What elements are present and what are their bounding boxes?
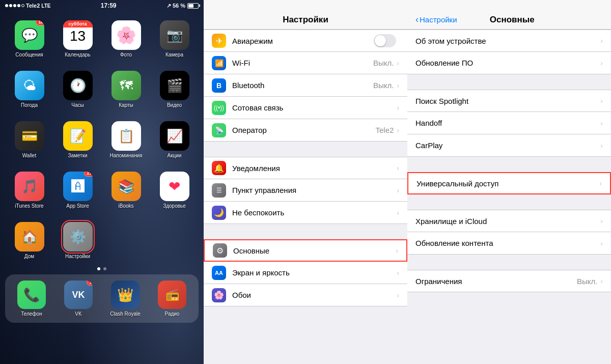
app-calendar[interactable]: суббота 13 Календарь [53, 16, 102, 62]
app-itunes[interactable]: 🎵 iTunes Store [5, 167, 53, 213]
general-row-accessibility[interactable]: Универсальный доступ › [407, 172, 611, 194]
bgrefresh-label: Обновление контента [415, 239, 600, 247]
general-row-carplay[interactable]: CarPlay › [407, 134, 611, 157]
storage-chevron: › [600, 217, 603, 225]
carplay-label: CarPlay [415, 141, 600, 150]
dock-clash-royale-label: Clash Royale [110, 311, 140, 317]
notifications-icon: 🔔 [212, 161, 226, 175]
calendar-month: суббота [63, 20, 93, 27]
handoff-chevron: › [600, 119, 603, 127]
notes-icon: 📝 [63, 121, 93, 151]
settings-row-dnd[interactable]: 🌙 Не беспокоить › [204, 202, 407, 224]
dock-phone[interactable]: 📞 Телефон [8, 278, 55, 319]
general-row-spotlight[interactable]: Поиск Spotlight › [407, 90, 611, 112]
wallpaper-chevron: › [397, 291, 399, 299]
airplane-toggle[interactable] [374, 34, 396, 47]
app-stocks[interactable]: 📈 Акции [150, 117, 199, 162]
general-section-5: Ограничения Выкл. › [407, 270, 611, 292]
general-row-update[interactable]: Обновление ПО › [407, 52, 611, 74]
app-wallet[interactable]: 💳 Wallet [5, 117, 53, 162]
clash-royale-icon: 👑 [111, 281, 140, 309]
camera-icon: 📷 [160, 20, 189, 50]
general-row-handoff[interactable]: Handoff › [407, 112, 611, 134]
settings-row-control[interactable]: ☰ Пункт управления › [204, 179, 407, 202]
calendar-day: 13 [70, 27, 86, 45]
app-notes[interactable]: 📝 Заметки [53, 117, 102, 162]
app-ibooks[interactable]: 📚 iBooks [102, 167, 150, 213]
app-camera[interactable]: 📷 Камера [150, 16, 199, 62]
dock-radio[interactable]: 📻 Радио [149, 278, 196, 319]
dock-radio-label: Радио [165, 311, 180, 317]
general-title: Основные [457, 15, 567, 25]
battery-fill [188, 4, 193, 8]
settings-icon: ⚙️ [63, 222, 93, 251]
restrictions-chevron: › [600, 277, 603, 285]
battery-icon [187, 3, 199, 9]
settings-row-wallpaper[interactable]: 🌸 Обои › [204, 284, 407, 306]
settings-row-display[interactable]: AA Экран и яркость › [204, 262, 407, 284]
general-row-restrictions[interactable]: Ограничения Выкл. › [407, 270, 611, 292]
app-videos[interactable]: 🎬 Видео [150, 67, 199, 112]
dnd-icon: 🌙 [212, 206, 226, 220]
settings-label: Настройки [65, 254, 90, 259]
general-row-about[interactable]: Об этом устройстве › [407, 30, 611, 52]
cellular-chevron: › [397, 104, 399, 112]
app-maps[interactable]: 🗺 Карты [102, 67, 150, 112]
dot2 [9, 4, 12, 7]
accessibility-chevron: › [599, 179, 602, 187]
app-clock[interactable]: 🕐 Часы [53, 67, 102, 112]
wallet-icon: 💳 [15, 121, 44, 151]
settings-row-general[interactable]: ⚙ Основные › [204, 239, 407, 262]
app-grid-row2: 🌤 Погода 🕐 Часы 🗺 Карты 🎬 Видео [0, 62, 204, 112]
dot4 [17, 4, 20, 7]
vk-badge: 1 [87, 281, 93, 286]
general-row-bgrefresh[interactable]: Обновление контента › [407, 232, 611, 255]
wallpaper-label: Обои [232, 291, 397, 299]
carrier-label: Оператор [232, 126, 375, 134]
app-reminders[interactable]: 📋 Напоминания [102, 117, 150, 162]
settings-row-airplane[interactable]: ✈ Авиарежим [204, 30, 407, 52]
settings-row-wifi[interactable]: 📶 Wi-Fi Выкл. › [204, 52, 407, 74]
spotlight-label: Поиск Spotlight [415, 97, 600, 105]
app-messages[interactable]: 💬 18 Сообщения [5, 16, 53, 62]
ibooks-label: iBooks [118, 203, 133, 209]
restrictions-value: Выкл. [577, 277, 597, 286]
cellular-icon: ((•)) [212, 101, 226, 115]
status-left: Tele2 LTE [5, 3, 50, 9]
app-health[interactable]: ❤ Здоровье [150, 167, 199, 213]
carplay-chevron: › [600, 142, 603, 150]
settings-header: Настройки [204, 0, 407, 30]
app-photos[interactable]: 🌸 Фото [102, 16, 150, 62]
general-section-1: Об этом устройстве › Обновление ПО › [407, 30, 611, 74]
back-chevron-icon: ‹ [415, 14, 419, 25]
notifications-chevron: › [397, 164, 399, 172]
home-icon: 🏠 [15, 222, 44, 251]
app-grid-row3: 💳 Wallet 📝 Заметки 📋 Напоминания 📈 Акции [0, 112, 204, 162]
app-settings[interactable]: ⚙️ Настройки [53, 218, 102, 263]
wallpaper-icon: 🌸 [212, 288, 226, 302]
settings-panel: Настройки ✈ Авиарежим 📶 Wi-Fi Выкл. › B … [204, 0, 407, 364]
wifi-icon: 📶 [212, 56, 226, 70]
photos-label: Фото [120, 52, 132, 58]
settings-row-cellular[interactable]: ((•)) Сотовая связь › [204, 97, 407, 119]
app-weather[interactable]: 🌤 Погода [5, 67, 53, 112]
app-appstore[interactable]: 🅰 27 App Store [53, 167, 102, 213]
empty-slot-2 [150, 218, 199, 263]
app-home[interactable]: 🏠 Дом [5, 218, 53, 263]
status-bar: Tele2 LTE 17:59 ↗ 56 % [0, 0, 204, 11]
spotlight-chevron: › [600, 97, 603, 105]
phone-panel: Tele2 LTE 17:59 ↗ 56 % 💬 18 Сообщения су… [0, 0, 204, 364]
itunes-icon: 🎵 [15, 172, 44, 201]
settings-row-carrier[interactable]: 📡 Оператор Tele2 › [204, 119, 407, 142]
general-row-storage[interactable]: Хранилище и iCloud › [407, 210, 611, 232]
dock-clash-royale[interactable]: 👑 Clash Royale [102, 278, 149, 319]
settings-row-notifications[interactable]: 🔔 Уведомления › [204, 157, 407, 179]
back-button[interactable]: ‹ Настройки [415, 14, 457, 25]
page-dot-2 [103, 267, 106, 270]
app-grid-row4: 🎵 iTunes Store 🅰 27 App Store 📚 iBooks ❤… [0, 162, 204, 213]
appstore-icon: 🅰 27 [63, 172, 93, 201]
dock-vk[interactable]: VK 1 VK [55, 278, 102, 319]
wallet-label: Wallet [22, 153, 36, 158]
appstore-badge: 27 [84, 172, 92, 177]
settings-row-bluetooth[interactable]: B Bluetooth Выкл. › [204, 74, 407, 97]
